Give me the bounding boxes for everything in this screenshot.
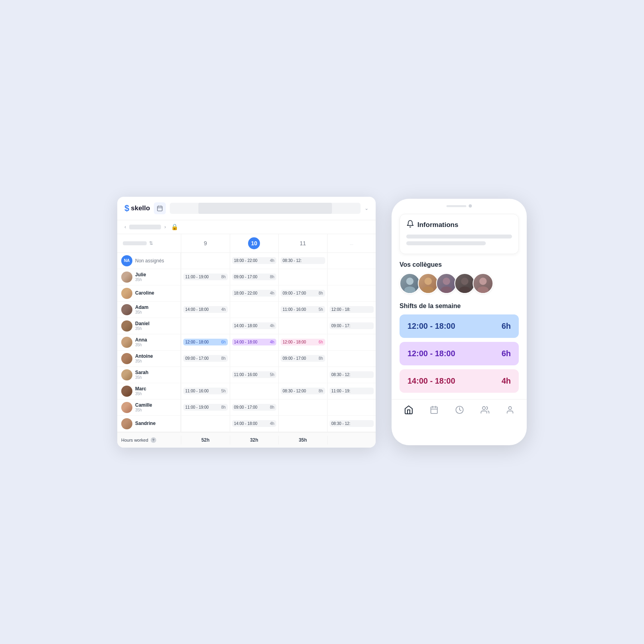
name-cell-marc: Marc 35h [117, 383, 181, 399]
shift-cell[interactable]: 08:30 - 12: [327, 367, 376, 383]
shift-cell [230, 351, 279, 367]
shift-cell[interactable]: 09:00 - 17:00 8h [278, 285, 327, 301]
shift-time: 11:00 - 16:00 [185, 389, 209, 393]
shift-dur: 6h [318, 340, 323, 344]
notch-dot [469, 204, 472, 208]
shift-time: 14:00 - 18:00 [234, 340, 258, 344]
shift-cell[interactable]: 12:00 - 18:00 6h [181, 334, 230, 350]
avatar-daniel [121, 320, 132, 332]
footer-val-9: 52h [181, 436, 230, 444]
nav-bar: ‹ › 🔒 [117, 220, 376, 234]
logo: $ skello [124, 203, 150, 213]
person-hours: 35h [135, 277, 146, 282]
person-info-sarah: Sarah 35h [135, 370, 148, 380]
person-info-sandrine: Sandrine [135, 421, 155, 426]
person-name: Julie [135, 272, 146, 277]
shift-cell[interactable]: 18:00 - 22:00 4h [230, 285, 279, 301]
shift-cell[interactable]: 09:00 - 17:00 8h [278, 351, 327, 367]
shift-card-pink: 14:00 - 18:00 4h [400, 369, 519, 393]
shift-time: 08:30 - 12:00 [283, 389, 306, 393]
shift-time: 12:00 - 18:00 [283, 340, 306, 344]
info-card-title: Informations [406, 220, 512, 230]
shift-cell[interactable]: 14:00 - 18:00 4h [181, 302, 230, 318]
person-info-daniel: Daniel 35h [135, 321, 149, 331]
table-row: Sarah 35h 11:00 - 16:00 5h 08:30 - 12: [117, 367, 376, 383]
shift-cell [278, 269, 327, 285]
shift-dur: 8h [270, 275, 274, 279]
avatar-julie [121, 272, 132, 283]
shift-dur: 4h [270, 258, 274, 263]
svg-point-8 [443, 277, 450, 285]
shift-cell[interactable]: 11:00 - 16:00 5h [278, 302, 327, 318]
day-num-extra: ... [350, 241, 353, 246]
colleagues-title: Vos collègues [400, 261, 519, 268]
shift-dur: 8h [318, 291, 323, 295]
shift-cell[interactable]: 11:00 - 19:00 8h [181, 269, 230, 285]
shift-cell[interactable]: 08:30 - 12:00 8h [278, 383, 327, 399]
shift-time: 09:00 - 17:00 [283, 291, 306, 295]
shift-cell[interactable]: 09:00 - 17: [327, 318, 376, 334]
nav-calendar-icon[interactable] [430, 405, 438, 414]
shift-cell[interactable]: 11:00 - 19:00 8h [181, 400, 230, 415]
shift-time: 09:00 - 17: [332, 324, 351, 328]
nav-home-icon[interactable] [404, 405, 413, 415]
shift-cell[interactable]: 14:00 - 18:00 4h [230, 334, 279, 350]
dropdown-arrow-icon[interactable]: ⌄ [365, 206, 369, 211]
shift-cell[interactable]: 12:00 - 18: [327, 302, 376, 318]
shift-time: 18:00 - 22:00 [234, 258, 258, 263]
nav-back-icon[interactable]: ‹ [124, 224, 126, 230]
nav-label [129, 225, 161, 229]
footer-val-10: 32h [230, 436, 279, 444]
nav-forward-icon[interactable]: › [164, 224, 166, 230]
footer-val-11: 35h [278, 436, 327, 444]
shift-block: 08:30 - 12: [281, 257, 325, 264]
footer-label: Hours worked ? [117, 436, 181, 444]
icon-box[interactable] [154, 202, 166, 214]
shift-time: 09:00 - 17:00 [283, 356, 306, 361]
question-icon[interactable]: ? [151, 437, 156, 443]
shift-cell[interactable]: 12:00 - 18:00 6h [278, 334, 327, 350]
shift-cell[interactable]: 11:00 - 19: [327, 383, 376, 399]
person-name: Caroline [135, 290, 154, 296]
shift-cell[interactable]: 09:00 - 17:00 8h [230, 400, 279, 415]
shift-dur: 5h [318, 307, 323, 312]
day-num-9: 9 [204, 240, 207, 246]
nav-person-icon[interactable] [506, 405, 514, 414]
shift-time: 14:00 - 18:00 [234, 324, 258, 328]
shifts-title: Shifts de la semaine [400, 303, 519, 310]
nav-clock-icon[interactable] [455, 405, 464, 414]
shift-block: 09:00 - 17:00 8h [183, 355, 228, 362]
shift-dur: 4h [270, 340, 274, 344]
logo-icon: $ [124, 203, 129, 213]
shift-block: 11:00 - 19:00 8h [183, 274, 228, 280]
person-name: Sarah [135, 370, 148, 375]
shift-dur: 8h [221, 356, 225, 361]
shift-time: 08:30 - 12: [332, 372, 351, 377]
person-hours: 35h [135, 326, 149, 331]
info-line-2 [406, 241, 486, 245]
name-cell-daniel: Daniel 35h [117, 318, 181, 334]
shift-block: 09:00 - 17:00 8h [281, 290, 325, 297]
shift-cell [327, 285, 376, 301]
shift-cell[interactable]: 11:00 - 16:00 5h [230, 367, 279, 383]
colleagues-row [400, 273, 519, 294]
shift-cell[interactable]: 08:30 - 12: [278, 253, 327, 269]
table-row: Anna 35h 12:00 - 18:00 6h 14:00 - 18:00 … [117, 334, 376, 351]
person-info-camille: Camille 35h [135, 402, 152, 412]
shift-cell[interactable]: 18:00 - 22:00 4h [230, 253, 279, 269]
nav-people-icon[interactable] [481, 405, 489, 414]
shift-cell[interactable]: 14:00 - 18:00 4h [230, 318, 279, 334]
today-circle: 10 [248, 237, 260, 249]
shift-cell[interactable]: 08:30 - 12: [327, 416, 376, 432]
shift-cell[interactable]: 11:00 - 16:00 5h [181, 383, 230, 399]
shift-cell[interactable]: 09:00 - 17:00 8h [181, 351, 230, 367]
sort-icon[interactable]: ⇅ [149, 241, 153, 246]
search-bar[interactable] [170, 203, 361, 214]
shift-cell[interactable]: 09:00 - 17:00 8h [230, 269, 279, 285]
table-row: Antoine 35h 09:00 - 17:00 8h 09:00 - 17:… [117, 351, 376, 367]
shift-time: 12:00 - 18:00 [185, 340, 209, 344]
shift-dur: 8h [318, 389, 323, 393]
shift-block: 14:00 - 18:00 4h [232, 322, 277, 329]
shift-time: 09:00 - 17:00 [234, 275, 258, 279]
shift-cell[interactable]: 14:00 - 18:00 4h [230, 416, 279, 432]
